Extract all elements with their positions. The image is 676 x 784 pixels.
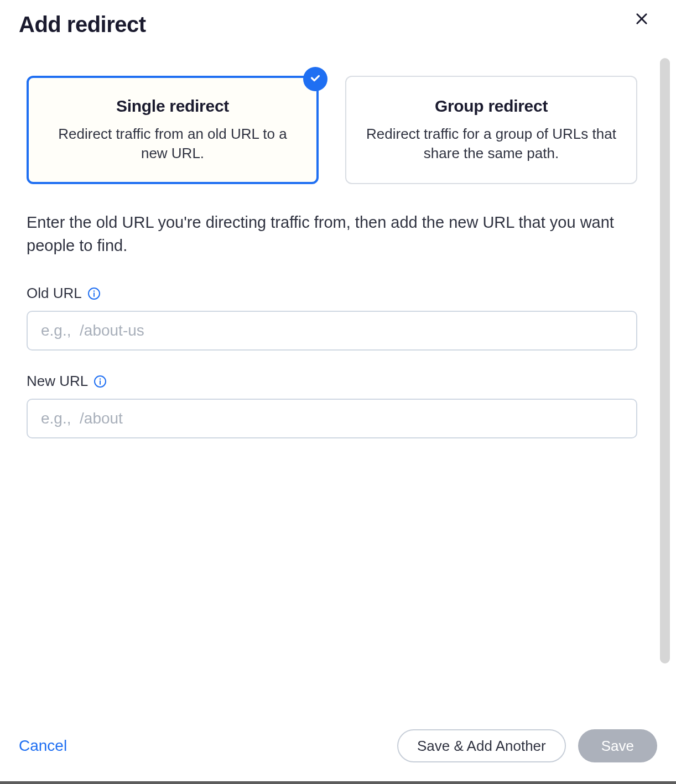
option-group-title: Group redirect <box>363 97 620 116</box>
save-button[interactable]: Save <box>578 729 657 762</box>
svg-point-4 <box>93 290 95 291</box>
option-group-desc: Redirect traffic for a group of URLs tha… <box>363 124 620 163</box>
modal-title: Add redirect <box>19 12 146 37</box>
save-add-another-button[interactable]: Save & Add Another <box>397 729 566 762</box>
modal-body: Single redirect Redirect traffic from an… <box>0 43 664 716</box>
new-url-field-group: New URL <box>27 373 637 438</box>
option-single-title: Single redirect <box>44 97 301 116</box>
modal-header: Add redirect <box>0 0 676 43</box>
selected-badge <box>303 67 327 91</box>
old-url-label-row: Old URL <box>27 285 637 302</box>
redirect-type-options: Single redirect Redirect traffic from an… <box>27 76 637 184</box>
close-button[interactable] <box>633 11 651 29</box>
bottom-bar <box>0 781 676 784</box>
svg-point-7 <box>100 378 101 379</box>
old-url-input[interactable] <box>27 311 637 351</box>
new-url-label: New URL <box>27 373 88 390</box>
old-url-field-group: Old URL <box>27 285 637 351</box>
option-single-redirect[interactable]: Single redirect Redirect traffic from an… <box>27 76 319 184</box>
new-url-input[interactable] <box>27 399 637 438</box>
cancel-button[interactable]: Cancel <box>19 737 67 755</box>
modal-footer: Cancel Save & Add Another Save <box>0 716 676 781</box>
option-group-redirect[interactable]: Group redirect Redirect traffic for a gr… <box>345 76 637 184</box>
check-icon <box>309 72 321 86</box>
footer-right: Save & Add Another Save <box>397 729 657 762</box>
old-url-label: Old URL <box>27 285 82 302</box>
new-url-label-row: New URL <box>27 373 637 390</box>
instruction-text: Enter the old URL you're directing traff… <box>27 211 637 257</box>
info-icon[interactable] <box>87 287 101 300</box>
scrollbar[interactable] <box>660 58 670 663</box>
close-icon <box>634 11 649 29</box>
info-icon[interactable] <box>93 375 107 388</box>
add-redirect-modal: Add redirect Single redi <box>0 0 676 781</box>
option-single-desc: Redirect traffic from an old URL to a ne… <box>44 124 301 163</box>
